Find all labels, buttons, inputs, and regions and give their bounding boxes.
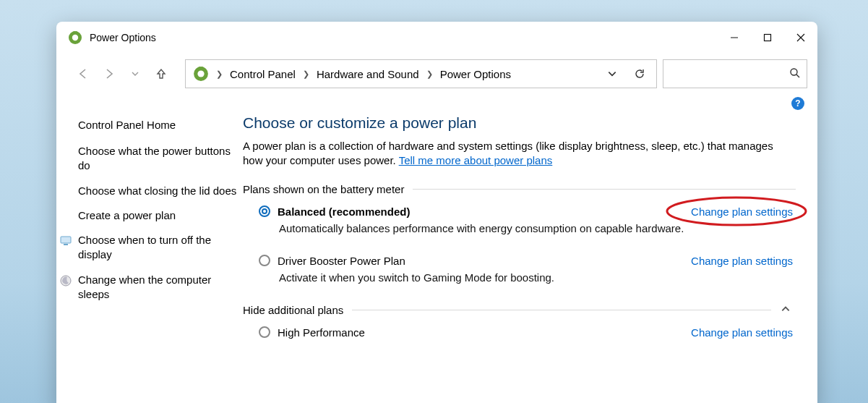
plan-radio[interactable] [259, 326, 270, 338]
power-options-icon [68, 30, 82, 45]
section-hide-additional[interactable]: Hide additional plans [243, 304, 796, 316]
plan-radio[interactable] [259, 255, 270, 266]
svg-rect-12 [64, 244, 68, 245]
section-label-text: Plans shown on the battery meter [243, 183, 404, 195]
chevron-right-icon[interactable]: ❯ [424, 69, 436, 79]
breadcrumb-item[interactable]: Control Panel [228, 68, 297, 80]
search-icon [789, 67, 801, 81]
chevron-right-icon[interactable]: ❯ [213, 69, 225, 79]
titlebar: Power Options [56, 22, 817, 54]
back-button[interactable] [71, 61, 95, 86]
sidebar-item-label: Choose when to turn off the display [78, 233, 237, 263]
svg-point-1 [72, 35, 78, 41]
control-panel-home-link[interactable]: Control Panel Home [78, 119, 237, 131]
forward-button[interactable] [97, 61, 121, 86]
chevron-up-icon[interactable] [775, 304, 796, 316]
main-content: Choose or customize a power plan A power… [243, 111, 803, 403]
section-label-text: Hide additional plans [243, 304, 343, 316]
plan-driver-booster: Driver Booster Power Plan Change plan se… [243, 245, 796, 294]
address-dropdown-button[interactable] [600, 61, 624, 86]
power-options-icon [193, 66, 209, 82]
window-title-area: Power Options [68, 30, 156, 45]
help-icon[interactable]: ? [791, 97, 804, 110]
window-title: Power Options [90, 32, 156, 43]
sidebar-item-label: Create a power plan [78, 208, 176, 223]
change-plan-settings-link[interactable]: Change plan settings [691, 326, 793, 339]
search-box[interactable] [663, 59, 807, 88]
sidebar-item-power-buttons[interactable]: Choose what the power buttons do [78, 144, 237, 174]
plan-description: Activate it when you switch to Gaming Mo… [259, 267, 793, 291]
intro-text: A power plan is a collection of hardware… [243, 139, 796, 169]
section-plans-shown: Plans shown on the battery meter [243, 183, 796, 195]
svg-rect-2 [74, 31, 75, 34]
breadcrumb-item[interactable]: Power Options [439, 68, 512, 80]
power-options-window: Power Options [56, 22, 817, 403]
svg-rect-8 [199, 67, 200, 69]
svg-point-7 [197, 70, 204, 77]
up-button[interactable] [149, 61, 173, 86]
refresh-button[interactable] [627, 61, 652, 86]
plan-name[interactable]: Driver Booster Power Plan [278, 255, 405, 267]
body: Control Panel Home Choose what the power… [56, 111, 817, 403]
svg-rect-11 [61, 237, 71, 243]
change-plan-settings-link[interactable]: Change plan settings [691, 205, 793, 218]
moon-icon [59, 274, 72, 287]
address-bar[interactable]: ❯ Control Panel ❯ Hardware and Sound ❯ P… [185, 59, 657, 88]
recent-locations-button[interactable] [123, 61, 147, 86]
plan-radio[interactable] [259, 205, 270, 217]
sidebar-item-label: Change when the computer sleeps [78, 273, 237, 302]
sidebar-item-turn-off-display[interactable]: Choose when to turn off the display [59, 233, 237, 263]
sidebar-item-computer-sleeps[interactable]: Change when the computer sleeps [59, 273, 237, 302]
plan-high-performance: High Performance Change plan settings [243, 316, 796, 342]
change-plan-settings-link[interactable]: Change plan settings [691, 255, 793, 267]
nav-row: ❯ Control Panel ❯ Hardware and Sound ❯ P… [56, 54, 817, 97]
close-button[interactable] [784, 22, 817, 54]
plan-description: Automatically balances performance with … [259, 218, 793, 242]
breadcrumb-item[interactable]: Hardware and Sound [315, 68, 421, 80]
sidebar-item-label: Choose what the power buttons do [78, 144, 237, 174]
plan-name[interactable]: Balanced (recommended) [278, 205, 410, 218]
help-row: ? [56, 97, 817, 111]
sidebar-item-lid[interactable]: Choose what closing the lid does [78, 184, 237, 198]
plan-name[interactable]: High Performance [278, 326, 365, 339]
maximize-button[interactable] [751, 22, 784, 54]
svg-rect-3 [76, 31, 77, 34]
minimize-button[interactable] [718, 22, 751, 54]
sidebar: Control Panel Home Choose what the power… [56, 111, 243, 403]
sidebar-item-create-plan[interactable]: Create a power plan [78, 208, 237, 223]
chevron-right-icon[interactable]: ❯ [300, 69, 312, 79]
nav-buttons [66, 61, 179, 86]
svg-rect-9 [202, 67, 203, 69]
svg-point-10 [791, 69, 797, 75]
display-icon [59, 234, 72, 247]
sidebar-item-label: Choose what closing the lid does [78, 184, 236, 198]
svg-rect-4 [731, 38, 738, 38]
plan-balanced: Balanced (recommended) Change plan setti… [243, 195, 796, 245]
tell-me-more-link[interactable]: Tell me more about power plans [399, 154, 553, 166]
svg-rect-5 [765, 35, 771, 41]
page-title: Choose or customize a power plan [243, 114, 796, 132]
